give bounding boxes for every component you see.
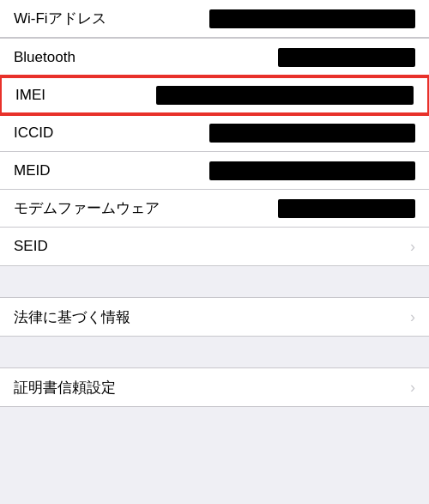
certificate-chevron-icon: › xyxy=(410,379,415,397)
wifi-value xyxy=(134,9,415,28)
bluetooth-row: Bluetooth xyxy=(0,39,429,76)
certificate-group: 証明書信頼設定 › xyxy=(0,367,429,407)
meid-label: MEID xyxy=(14,162,134,179)
iccid-row: ICCID xyxy=(0,114,429,152)
meid-row: MEID xyxy=(0,152,429,190)
legal-row[interactable]: 法律に基づく情報 › xyxy=(0,298,429,336)
wifi-row: Wi-Fiアドレス xyxy=(0,0,429,38)
gap-1 xyxy=(0,266,429,297)
imei-label: IMEI xyxy=(15,87,136,104)
certificate-label: 証明書信頼設定 xyxy=(14,378,134,398)
gap-2 xyxy=(0,337,429,367)
meid-redacted xyxy=(209,161,415,180)
seid-label: SEID xyxy=(14,238,134,255)
legal-label: 法律に基づく情報 xyxy=(14,307,134,327)
device-info-group: Bluetooth IMEI ICCID MEID モデムファームウェア SEI… xyxy=(0,38,429,266)
seid-row[interactable]: SEID › xyxy=(0,228,429,265)
imei-value xyxy=(136,86,414,105)
seid-value: › xyxy=(134,238,415,256)
wifi-redacted xyxy=(209,9,415,28)
bluetooth-value xyxy=(134,48,415,67)
bluetooth-redacted xyxy=(278,48,415,67)
legal-group: 法律に基づく情報 › xyxy=(0,297,429,337)
certificate-row[interactable]: 証明書信頼設定 › xyxy=(0,368,429,406)
wifi-label: Wi-Fiアドレス xyxy=(14,9,134,28)
certificate-value: › xyxy=(134,379,415,397)
legal-value: › xyxy=(134,308,415,326)
seid-chevron-icon: › xyxy=(410,238,415,256)
iccid-label: ICCID xyxy=(14,124,134,142)
legal-chevron-icon: › xyxy=(410,308,415,326)
meid-value xyxy=(134,161,415,180)
modem-value xyxy=(160,199,415,218)
imei-redacted xyxy=(156,86,414,105)
bluetooth-label: Bluetooth xyxy=(14,49,134,66)
imei-row: IMEI xyxy=(0,76,429,114)
modem-label: モデムファームウェア xyxy=(14,198,160,218)
modem-redacted xyxy=(278,199,415,218)
iccid-value xyxy=(134,124,415,143)
iccid-redacted xyxy=(209,124,415,143)
modem-row: モデムファームウェア xyxy=(0,190,429,228)
